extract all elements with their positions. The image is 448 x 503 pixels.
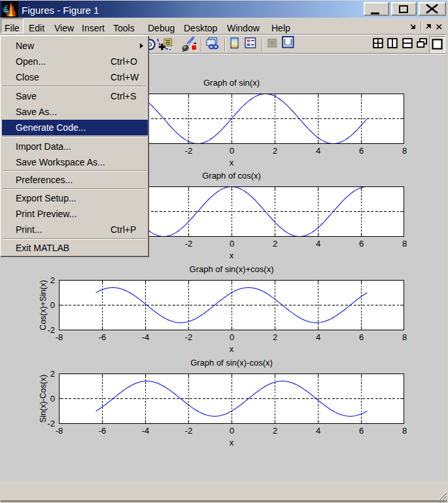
- svg-text:4: 4: [316, 146, 320, 156]
- svg-text:8: 8: [402, 146, 407, 156]
- svg-text:4: 4: [316, 332, 320, 342]
- svg-text:8: 8: [402, 239, 407, 249]
- svg-text:-8: -8: [56, 426, 63, 436]
- svg-text:Graph of sin(x)+cos(x): Graph of sin(x)+cos(x): [190, 264, 274, 274]
- svg-text:8: 8: [402, 332, 407, 342]
- svg-text:-4: -4: [142, 332, 150, 342]
- svg-text:-2: -2: [47, 419, 55, 428]
- svg-text:2: 2: [50, 369, 55, 379]
- svg-text:-6: -6: [99, 332, 107, 342]
- svg-text:2: 2: [273, 239, 277, 249]
- svg-text:-2: -2: [185, 146, 193, 156]
- svg-text:x: x: [230, 158, 234, 167]
- svg-text:0: 0: [230, 146, 234, 156]
- svg-text:Graph of sin(x): Graph of sin(x): [203, 78, 260, 88]
- svg-text:2: 2: [273, 146, 277, 156]
- svg-text:6: 6: [359, 332, 364, 342]
- svg-text:x: x: [230, 251, 234, 260]
- svg-text:6: 6: [359, 146, 364, 156]
- svg-text:0: 0: [230, 239, 234, 249]
- svg-text:-2: -2: [185, 426, 193, 436]
- svg-text:2: 2: [50, 275, 55, 285]
- svg-text:2: 2: [273, 426, 277, 436]
- svg-text:-2: -2: [47, 325, 55, 335]
- svg-text:Cos(x)+Sin(x): Cos(x)+Sin(x): [39, 280, 48, 330]
- svg-text:8: 8: [402, 426, 407, 436]
- svg-text:-8: -8: [56, 332, 63, 342]
- svg-text:x: x: [230, 344, 234, 354]
- svg-text:-2: -2: [185, 239, 193, 249]
- svg-text:0: 0: [50, 394, 55, 404]
- svg-text:Graph of sin(x)-cos(x): Graph of sin(x)-cos(x): [190, 358, 273, 368]
- svg-text:-6: -6: [99, 426, 107, 436]
- svg-text:4: 4: [316, 239, 320, 249]
- svg-text:4: 4: [316, 426, 320, 436]
- svg-text:Graph of cos(x): Graph of cos(x): [202, 171, 261, 181]
- svg-text:2: 2: [273, 332, 277, 342]
- svg-text:6: 6: [359, 426, 364, 436]
- svg-text:x: x: [230, 438, 234, 447]
- svg-text:0: 0: [50, 300, 55, 310]
- svg-text:0: 0: [230, 426, 234, 436]
- svg-text:6: 6: [359, 239, 364, 249]
- svg-text:Sin(x)-Cos(x): Sin(x)-Cos(x): [39, 375, 48, 423]
- svg-text:-4: -4: [142, 426, 150, 436]
- svg-text:0: 0: [230, 332, 234, 342]
- svg-text:-2: -2: [185, 332, 193, 342]
